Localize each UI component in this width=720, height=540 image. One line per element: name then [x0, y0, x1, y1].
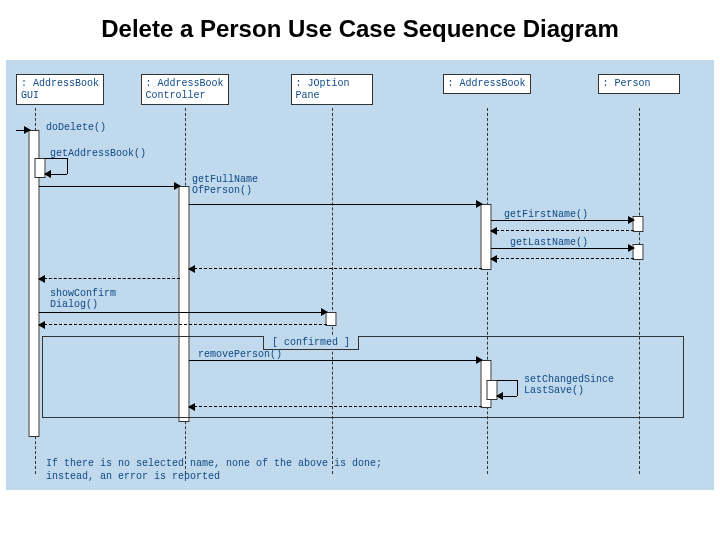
page-title: Delete a Person Use Case Sequence Diagra… — [0, 0, 720, 50]
ret-remove — [189, 406, 482, 408]
msg-ctrl-to-book — [189, 204, 482, 205]
ret-ctrl-gui-1 — [39, 278, 180, 280]
lifeline-head-addressbook: : AddressBook — [442, 74, 530, 94]
ret-getFirstName — [491, 230, 634, 232]
label-setChanged: setChangedSince LastSave() — [524, 374, 614, 396]
msg-getLastName — [491, 248, 634, 249]
label-showConfirm: showConfirm Dialog() — [50, 288, 116, 310]
label-getAddressBook: getAddressBook() — [50, 148, 146, 159]
lifeline-head-controller: : AddressBook Controller — [140, 74, 228, 105]
ret-book-ctrl — [189, 268, 482, 270]
msg-removePerson — [189, 360, 482, 361]
label-removePerson: removePerson() — [198, 349, 282, 360]
label-doDelete: doDelete() — [46, 122, 106, 133]
label-getLastName: getLastName() — [510, 237, 588, 248]
msg-getAddressBook-ret — [45, 174, 67, 175]
lifeline-head-gui: : AddressBook GUI — [16, 74, 104, 105]
msg-showConfirm — [39, 312, 327, 313]
msg-setChanged-out — [497, 380, 517, 381]
ret-getLastName — [491, 258, 634, 260]
frame-guard: [ confirmed ] — [263, 336, 359, 350]
msg-setChanged-ret — [497, 396, 517, 397]
lifeline-head-person: : Person — [598, 74, 680, 94]
label-getFullName: getFullName OfPerson() — [192, 174, 258, 196]
label-getFirstName: getFirstName() — [504, 209, 588, 220]
ret-showConfirm — [39, 324, 327, 326]
lifeline-head-joptionpane: : JOption Pane — [291, 74, 373, 105]
sequence-diagram: : AddressBook GUI : AddressBook Controll… — [6, 60, 714, 490]
msg-doDelete — [16, 130, 30, 131]
msg-getFirstName — [491, 220, 634, 221]
diagram-footnote: If there is no selected name, none of th… — [46, 458, 382, 483]
msg-getFullName — [39, 186, 180, 187]
